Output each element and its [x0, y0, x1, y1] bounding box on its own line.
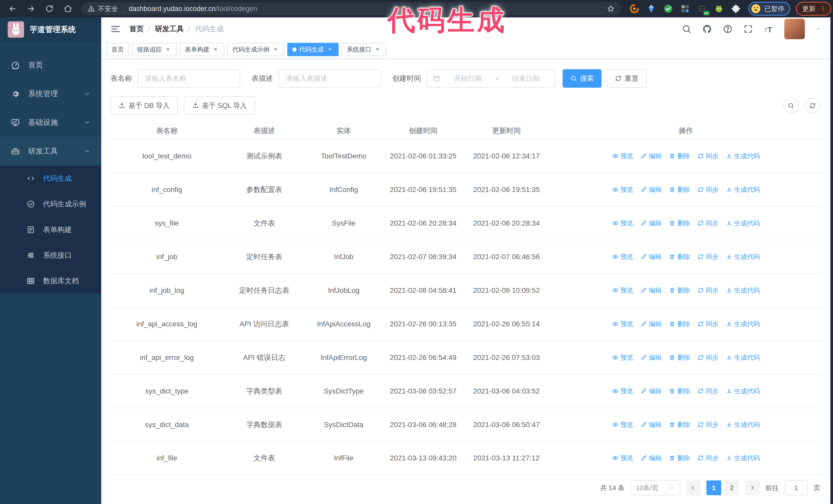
logo-link[interactable]: 芋道管理系统: [0, 18, 101, 42]
sidebar-toggle-button[interactable]: [111, 24, 121, 34]
sync-link[interactable]: 同步: [697, 320, 719, 328]
sync-link[interactable]: 同步: [697, 387, 719, 395]
search-button[interactable]: 搜索: [563, 69, 601, 88]
close-icon[interactable]: ×: [212, 46, 219, 53]
delete-link[interactable]: 删除: [669, 421, 690, 429]
refresh-table-button[interactable]: [805, 98, 820, 113]
submenu-item-4[interactable]: 数据库文档: [0, 268, 101, 294]
generate-code-link[interactable]: 生成代码: [726, 353, 760, 362]
tag-1[interactable]: 链路追踪×: [132, 43, 176, 56]
submenu-item-1[interactable]: 代码生成示例: [0, 191, 101, 217]
sync-link[interactable]: 同步: [697, 185, 719, 194]
blue-gem-extension-icon[interactable]: [645, 3, 657, 15]
preview-link[interactable]: 预览: [612, 219, 633, 227]
delete-link[interactable]: 删除: [669, 320, 690, 328]
delete-link[interactable]: 删除: [669, 387, 690, 395]
edit-link[interactable]: 编辑: [641, 320, 662, 328]
fullscreen-icon[interactable]: [743, 24, 753, 34]
edit-link[interactable]: 编辑: [641, 421, 662, 429]
edit-link[interactable]: 编辑: [641, 387, 662, 395]
import-sql-button[interactable]: 基于 SQL 导入: [184, 96, 255, 115]
preview-link[interactable]: 预览: [612, 253, 633, 261]
page-button-2[interactable]: 2: [724, 480, 739, 495]
edit-link[interactable]: 编辑: [641, 185, 662, 194]
help-icon[interactable]: [723, 24, 733, 34]
sync-link[interactable]: 同步: [697, 454, 719, 462]
sidebar-item-2[interactable]: 基础设施: [0, 108, 101, 137]
generate-code-link[interactable]: 生成代码: [726, 152, 760, 160]
generate-code-link[interactable]: 生成代码: [726, 185, 760, 194]
close-icon[interactable]: ×: [374, 46, 381, 53]
delete-link[interactable]: 删除: [669, 286, 690, 294]
page-button-1[interactable]: 1: [706, 480, 721, 495]
delete-link[interactable]: 删除: [669, 185, 690, 194]
scrollbar[interactable]: [830, 18, 833, 504]
submenu-item-3[interactable]: 系统接口: [0, 242, 101, 268]
delete-link[interactable]: 删除: [669, 454, 690, 462]
submenu-item-0[interactable]: 代码生成: [0, 166, 101, 191]
delete-link[interactable]: 删除: [669, 353, 690, 362]
sidebar-item-3[interactable]: 研发工具: [0, 137, 101, 166]
close-icon[interactable]: ×: [326, 46, 333, 53]
avatar-caret-icon[interactable]: [815, 26, 821, 32]
generate-code-link[interactable]: 生成代码: [726, 253, 760, 261]
sidebar-item-1[interactable]: 系统管理: [0, 79, 101, 108]
orange-swirl-extension-icon[interactable]: [628, 3, 640, 15]
grid-extension-icon[interactable]: [679, 3, 691, 15]
tag-2[interactable]: 表单构建×: [180, 43, 224, 56]
toggle-search-button[interactable]: [783, 98, 799, 113]
preview-link[interactable]: 预览: [612, 286, 633, 294]
delete-link[interactable]: 删除: [669, 152, 690, 160]
browser-reload-button[interactable]: [43, 2, 56, 16]
header-search-icon[interactable]: [682, 24, 691, 34]
edit-link[interactable]: 编辑: [641, 353, 662, 362]
tag-3[interactable]: 代码生成示例×: [227, 43, 284, 56]
browser-menu-icon[interactable]: [820, 5, 826, 12]
next-page-button[interactable]: [745, 480, 760, 495]
generate-code-link[interactable]: 生成代码: [726, 454, 760, 462]
breadcrumb-tools[interactable]: 研发工具: [155, 24, 184, 34]
edit-link[interactable]: 编辑: [641, 454, 662, 462]
address-bar[interactable]: 不安全 dashboard.yudao.iocoder.cn/tool/code…: [81, 2, 621, 15]
edit-link[interactable]: 编辑: [641, 152, 662, 160]
tag-5[interactable]: 系统接口×: [342, 43, 386, 56]
browser-update-button[interactable]: 更新: [796, 2, 831, 16]
user-avatar[interactable]: [784, 19, 805, 39]
table-name-input[interactable]: 请输入表名称: [138, 69, 240, 88]
generate-code-link[interactable]: 生成代码: [726, 320, 760, 328]
reset-button[interactable]: 重置: [607, 69, 647, 88]
font-size-icon[interactable]: TT: [764, 24, 774, 34]
sync-link[interactable]: 同步: [697, 421, 719, 429]
tag-4[interactable]: 代码生成×: [287, 43, 339, 56]
generate-code-link[interactable]: 生成代码: [726, 286, 760, 294]
sync-link[interactable]: 同步: [697, 353, 719, 362]
close-icon[interactable]: ×: [164, 46, 171, 53]
sidebar-item-0[interactable]: 首页: [0, 51, 101, 79]
submenu-item-2[interactable]: 表单构建: [0, 217, 101, 242]
tag-0[interactable]: 首页: [106, 43, 129, 56]
preview-link[interactable]: 预览: [612, 421, 633, 429]
green-check-extension-icon[interactable]: [662, 3, 674, 15]
prev-page-button[interactable]: [686, 480, 701, 495]
import-db-button[interactable]: 基于 DB 导入: [111, 96, 178, 115]
table-desc-input[interactable]: 请输入表描述: [279, 69, 381, 88]
preview-link[interactable]: 预览: [612, 185, 633, 194]
preview-link[interactable]: 预览: [612, 454, 633, 462]
generate-code-link[interactable]: 生成代码: [726, 421, 760, 429]
bookmark-star-icon[interactable]: [607, 5, 615, 13]
delete-link[interactable]: 删除: [669, 253, 690, 261]
github-icon[interactable]: [702, 24, 712, 34]
browser-back-button[interactable]: [6, 2, 20, 16]
preview-link[interactable]: 预览: [612, 353, 633, 362]
browser-home-button[interactable]: [61, 2, 75, 16]
generate-code-link[interactable]: 生成代码: [726, 387, 760, 395]
preview-link[interactable]: 预览: [612, 152, 633, 160]
close-icon[interactable]: ×: [272, 46, 279, 53]
goto-page-input[interactable]: 1: [784, 480, 808, 495]
sync-link[interactable]: 同步: [697, 219, 719, 227]
breadcrumb-home[interactable]: 首页: [129, 24, 144, 34]
sync-link[interactable]: 同步: [697, 253, 719, 261]
edit-link[interactable]: 编辑: [641, 253, 662, 261]
edit-link[interactable]: 编辑: [641, 286, 662, 294]
edit-link[interactable]: 编辑: [641, 219, 662, 227]
